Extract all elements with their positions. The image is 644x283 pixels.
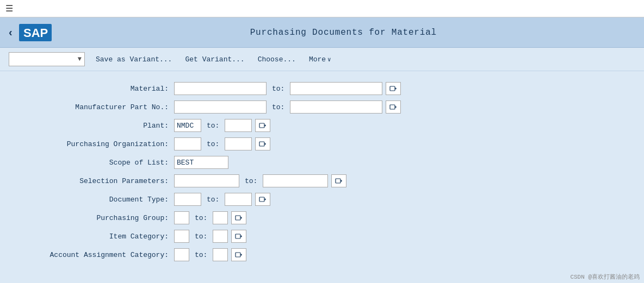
field-to-input-9[interactable] bbox=[213, 248, 228, 261]
form-row: Purchasing Organization:to: bbox=[22, 137, 622, 150]
svg-text:SAP: SAP bbox=[23, 26, 48, 40]
svg-rect-11 bbox=[259, 142, 264, 146]
field-label-9: Account Assignment Category: bbox=[22, 251, 174, 259]
more-button[interactable]: More ∨ bbox=[307, 54, 333, 65]
variant-select-wrapper[interactable]: ▼ bbox=[9, 52, 85, 66]
to-label-3: to: bbox=[207, 140, 219, 148]
field-to-input-2[interactable] bbox=[225, 119, 252, 132]
more-chevron-icon: ∨ bbox=[327, 56, 331, 63]
field-input-2[interactable] bbox=[174, 119, 201, 132]
header-bar: ‹ SAP Purchasing Documents for Material bbox=[0, 17, 644, 48]
field-to-input-3[interactable] bbox=[225, 137, 252, 150]
get-variant-button[interactable]: Get Variant... bbox=[183, 54, 246, 65]
hamburger-icon[interactable]: ☰ bbox=[5, 3, 13, 14]
svg-rect-5 bbox=[390, 105, 395, 109]
back-button[interactable]: ‹ bbox=[9, 26, 13, 39]
field-to-input-7[interactable] bbox=[213, 211, 228, 224]
field-search-button-1[interactable] bbox=[386, 100, 401, 114]
to-label-6: to: bbox=[207, 196, 219, 204]
to-label-0: to: bbox=[272, 85, 284, 93]
field-input-6[interactable] bbox=[174, 193, 201, 206]
form-row: Purchasing Group:to: bbox=[22, 211, 622, 224]
more-label: More bbox=[309, 55, 326, 64]
to-label-9: to: bbox=[195, 251, 207, 259]
form-row: Manufacturer Part No.:to: bbox=[22, 100, 622, 114]
field-label-7: Purchasing Group: bbox=[22, 214, 174, 222]
field-input-0[interactable] bbox=[174, 82, 267, 95]
field-to-input-0[interactable] bbox=[290, 82, 382, 95]
svg-rect-14 bbox=[336, 179, 340, 183]
field-input-1[interactable] bbox=[174, 100, 267, 114]
page-title: Purchasing Documents for Material bbox=[52, 28, 635, 37]
field-to-input-1[interactable] bbox=[290, 100, 382, 114]
field-label-2: Plant: bbox=[22, 122, 174, 130]
field-search-button-3[interactable] bbox=[255, 137, 270, 150]
form-row: Scope of List: bbox=[22, 156, 622, 169]
form-row: Material:to: bbox=[22, 82, 622, 95]
form-row: Plant:to: bbox=[22, 119, 622, 132]
toolbar: ▼ Save as Variant... Get Variant... Choo… bbox=[0, 48, 644, 71]
to-label-7: to: bbox=[195, 214, 207, 222]
svg-rect-8 bbox=[259, 123, 264, 128]
svg-rect-20 bbox=[236, 216, 240, 220]
field-input-3[interactable] bbox=[174, 137, 201, 150]
field-search-button-6[interactable] bbox=[255, 193, 270, 206]
field-input-9[interactable] bbox=[174, 248, 189, 261]
svg-rect-26 bbox=[236, 253, 240, 257]
svg-rect-23 bbox=[236, 234, 240, 238]
field-input-8[interactable] bbox=[174, 230, 189, 243]
field-label-0: Material: bbox=[22, 85, 174, 93]
variant-select[interactable] bbox=[9, 52, 85, 66]
field-to-input-6[interactable] bbox=[225, 193, 252, 206]
sap-logo: SAP bbox=[19, 24, 52, 41]
form-row: Selection Parameters:to: bbox=[22, 174, 622, 187]
field-label-6: Document Type: bbox=[22, 196, 174, 204]
top-menubar: ☰ bbox=[0, 0, 644, 17]
to-label-2: to: bbox=[207, 122, 219, 130]
form-row: Item Category:to: bbox=[22, 230, 622, 243]
form-row: Account Assignment Category:to: bbox=[22, 248, 622, 261]
field-label-3: Purchasing Organization: bbox=[22, 140, 174, 148]
to-label-1: to: bbox=[272, 103, 284, 111]
field-search-button-9[interactable] bbox=[231, 248, 246, 261]
field-search-button-2[interactable] bbox=[255, 119, 270, 132]
field-search-button-7[interactable] bbox=[231, 211, 246, 224]
choose-button[interactable]: Choose... bbox=[256, 54, 298, 65]
field-search-button-0[interactable] bbox=[386, 82, 401, 95]
field-search-button-5[interactable] bbox=[331, 174, 346, 187]
field-to-input-8[interactable] bbox=[213, 230, 228, 243]
save-variant-button[interactable]: Save as Variant... bbox=[94, 54, 174, 65]
to-label-5: to: bbox=[245, 177, 257, 185]
field-input-4[interactable] bbox=[174, 156, 228, 169]
field-to-input-5[interactable] bbox=[263, 174, 328, 187]
field-input-5[interactable] bbox=[174, 174, 239, 187]
field-label-8: Item Category: bbox=[22, 232, 174, 241]
field-label-4: Scope of List: bbox=[22, 159, 174, 167]
field-label-5: Selection Parameters: bbox=[22, 177, 174, 185]
svg-rect-2 bbox=[390, 86, 395, 91]
field-search-button-8[interactable] bbox=[231, 230, 246, 243]
form-area: Material:to:Manufacturer Part No.:to:Pla… bbox=[0, 71, 644, 278]
form-row: Document Type:to: bbox=[22, 193, 622, 206]
field-input-7[interactable] bbox=[174, 211, 189, 224]
svg-rect-17 bbox=[259, 197, 264, 202]
to-label-8: to: bbox=[195, 232, 207, 241]
field-label-1: Manufacturer Part No.: bbox=[22, 103, 174, 111]
